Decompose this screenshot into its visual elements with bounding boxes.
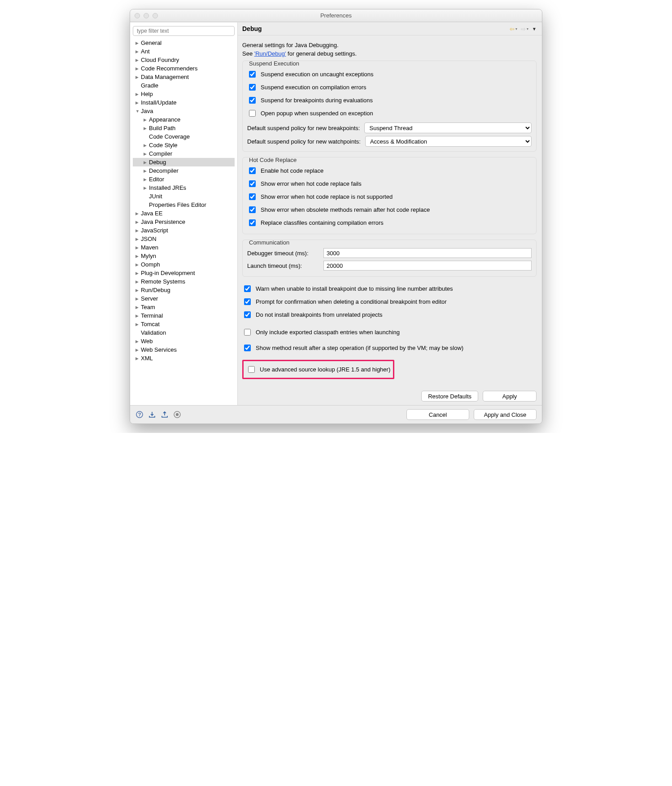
tree-item-team[interactable]: ▶Team <box>133 303 235 311</box>
tree-item-mylyn[interactable]: ▶Mylyn <box>133 252 235 260</box>
breakpoint-policy-select[interactable]: Suspend Thread <box>364 122 532 133</box>
unrelated-projects-checkbox[interactable] <box>244 311 251 318</box>
tree-item-junit[interactable]: JUnit <box>133 192 235 201</box>
cancel-button[interactable]: Cancel <box>406 409 469 420</box>
debugger-timeout-input[interactable] <box>323 248 532 258</box>
launch-timeout-input[interactable] <box>323 261 532 271</box>
chevron-right-icon[interactable]: ▶ <box>135 297 140 301</box>
back-icon[interactable]: ⇦ <box>510 26 515 32</box>
tree-item-run-debug[interactable]: ▶Run/Debug <box>133 286 235 294</box>
tree-item-web-services[interactable]: ▶Web Services <box>133 345 235 354</box>
tree-item-javascript[interactable]: ▶JavaScript <box>133 226 235 235</box>
tree-item-general[interactable]: ▶General <box>133 39 235 47</box>
chevron-right-icon[interactable]: ▶ <box>144 177 148 182</box>
chevron-right-icon[interactable]: ▶ <box>135 228 140 233</box>
chevron-right-icon[interactable]: ▶ <box>144 118 148 122</box>
popup-suspended-checkbox[interactable] <box>249 110 256 117</box>
apply-and-close-button[interactable]: Apply and Close <box>474 409 537 420</box>
advanced-source-lookup-checkbox[interactable] <box>248 366 255 373</box>
tree-item-code-coverage[interactable]: Code Coverage <box>133 132 235 141</box>
chevron-right-icon[interactable]: ▶ <box>135 211 140 216</box>
prompt-delete-cond-bp-checkbox[interactable] <box>244 298 251 305</box>
show-method-result-checkbox[interactable] <box>244 345 251 351</box>
tree-item-server[interactable]: ▶Server <box>133 294 235 303</box>
run-debug-link[interactable]: 'Run/Debug' <box>254 50 286 57</box>
chevron-right-icon[interactable]: ▶ <box>144 160 148 165</box>
view-menu-icon[interactable]: ▼ <box>532 26 537 31</box>
chevron-right-icon[interactable]: ▶ <box>144 152 148 156</box>
hcr-replace-classfiles-checkbox[interactable] <box>249 219 256 226</box>
chevron-right-icon[interactable]: ▶ <box>135 339 140 344</box>
export-icon[interactable] <box>161 410 169 419</box>
tree-item-cloud-foundry[interactable]: ▶Cloud Foundry <box>133 56 235 64</box>
tree-item-java-persistence[interactable]: ▶Java Persistence <box>133 218 235 226</box>
tree-item-java-ee[interactable]: ▶Java EE <box>133 209 235 218</box>
tree-item-editor[interactable]: ▶Editor <box>133 175 235 183</box>
chevron-right-icon[interactable]: ▶ <box>144 126 148 131</box>
tree-item-json[interactable]: ▶JSON <box>133 235 235 243</box>
back-menu-icon[interactable]: ▾ <box>515 27 517 31</box>
chevron-right-icon[interactable]: ▶ <box>144 186 148 190</box>
tree-item-java[interactable]: ▼Java <box>133 107 235 115</box>
chevron-right-icon[interactable]: ▶ <box>144 143 148 148</box>
chevron-right-icon[interactable]: ▶ <box>135 348 140 352</box>
hcr-obsolete-error-checkbox[interactable] <box>249 206 256 213</box>
warn-line-numbers-checkbox[interactable] <box>244 285 251 292</box>
chevron-right-icon[interactable]: ▶ <box>135 92 140 96</box>
chevron-right-icon[interactable]: ▶ <box>135 254 140 258</box>
chevron-right-icon[interactable]: ▶ <box>135 279 140 284</box>
tree-item-xml[interactable]: ▶XML <box>133 354 235 362</box>
tree-item-validation[interactable]: Validation <box>133 328 235 337</box>
forward-icon[interactable]: ⇨ <box>521 26 526 32</box>
help-icon[interactable]: ? <box>135 410 144 419</box>
tree-item-remote-systems[interactable]: ▶Remote Systems <box>133 277 235 286</box>
hcr-enable-checkbox[interactable] <box>249 167 256 174</box>
tree-item-gradle[interactable]: Gradle <box>133 81 235 90</box>
chevron-right-icon[interactable]: ▶ <box>135 356 140 361</box>
chevron-right-icon[interactable]: ▶ <box>135 322 140 327</box>
chevron-right-icon[interactable]: ▶ <box>135 271 140 275</box>
watchpoint-policy-select[interactable]: Access & Modification <box>365 136 532 147</box>
tree-item-web[interactable]: ▶Web <box>133 337 235 345</box>
import-icon[interactable] <box>148 410 156 419</box>
tree-item-installed-jres[interactable]: ▶Installed JREs <box>133 183 235 192</box>
chevron-right-icon[interactable]: ▶ <box>135 58 140 62</box>
tree-item-terminal[interactable]: ▶Terminal <box>133 311 235 320</box>
suspend-eval-checkbox[interactable] <box>249 97 256 104</box>
tree-item-plug-in-development[interactable]: ▶Plug-in Development <box>133 269 235 277</box>
chevron-right-icon[interactable]: ▶ <box>135 262 140 267</box>
chevron-right-icon[interactable]: ▶ <box>135 305 140 310</box>
tree-item-appearance[interactable]: ▶Appearance <box>133 115 235 124</box>
chevron-down-icon[interactable]: ▼ <box>135 109 140 114</box>
restore-defaults-button[interactable]: Restore Defaults <box>421 391 478 402</box>
exported-classpath-checkbox[interactable] <box>244 329 251 336</box>
filter-input[interactable] <box>133 26 235 36</box>
tree-item-code-style[interactable]: ▶Code Style <box>133 141 235 149</box>
chevron-right-icon[interactable]: ▶ <box>135 41 140 45</box>
tree-item-properties-files-editor[interactable]: Properties Files Editor <box>133 201 235 209</box>
tree-item-build-path[interactable]: ▶Build Path <box>133 124 235 132</box>
tree-item-install-update[interactable]: ▶Install/Update <box>133 98 235 107</box>
tree-item-debug[interactable]: ▶Debug <box>133 158 235 166</box>
chevron-right-icon[interactable]: ▶ <box>135 220 140 224</box>
tree-item-help[interactable]: ▶Help <box>133 90 235 98</box>
chevron-right-icon[interactable]: ▶ <box>135 100 140 105</box>
suspend-uncaught-checkbox[interactable] <box>249 71 256 78</box>
oomph-record-icon[interactable] <box>173 410 181 419</box>
chevron-right-icon[interactable]: ▶ <box>144 169 148 173</box>
tree-item-decompiler[interactable]: ▶Decompiler <box>133 166 235 175</box>
chevron-right-icon[interactable]: ▶ <box>135 66 140 71</box>
suspend-compile-checkbox[interactable] <box>249 84 256 91</box>
hcr-fail-error-checkbox[interactable] <box>249 180 256 187</box>
chevron-right-icon[interactable]: ▶ <box>135 245 140 250</box>
tree-item-data-management[interactable]: ▶Data Management <box>133 73 235 81</box>
chevron-right-icon[interactable]: ▶ <box>135 314 140 318</box>
chevron-right-icon[interactable]: ▶ <box>135 288 140 293</box>
tree-item-ant[interactable]: ▶Ant <box>133 47 235 56</box>
tree-item-compiler[interactable]: ▶Compiler <box>133 149 235 158</box>
tree-item-oomph[interactable]: ▶Oomph <box>133 260 235 269</box>
tree-item-code-recommenders[interactable]: ▶Code Recommenders <box>133 64 235 73</box>
tree-item-tomcat[interactable]: ▶Tomcat <box>133 320 235 328</box>
hcr-unsupported-error-checkbox[interactable] <box>249 193 256 200</box>
chevron-right-icon[interactable]: ▶ <box>135 49 140 54</box>
